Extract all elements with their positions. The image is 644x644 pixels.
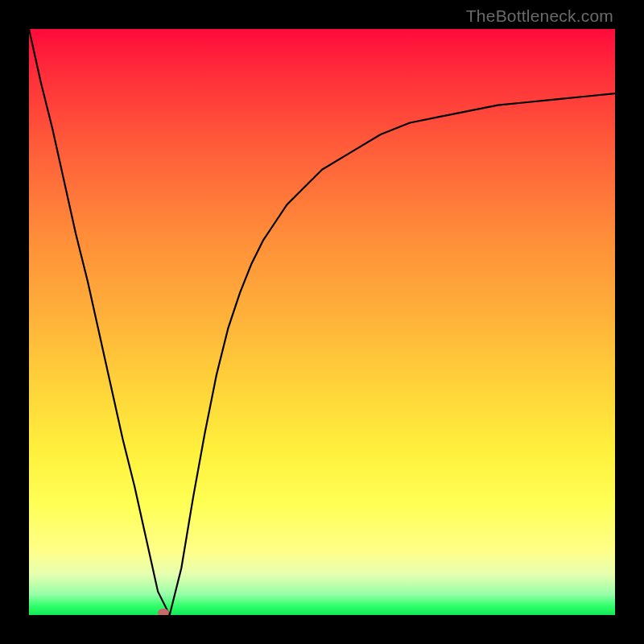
chart-stage: TheBottleneck.com: [0, 0, 644, 644]
minimum-marker-icon: [158, 609, 169, 615]
plot-area: [29, 29, 615, 615]
bottleneck-curve: [29, 29, 615, 615]
watermark-label: TheBottleneck.com: [466, 6, 613, 26]
